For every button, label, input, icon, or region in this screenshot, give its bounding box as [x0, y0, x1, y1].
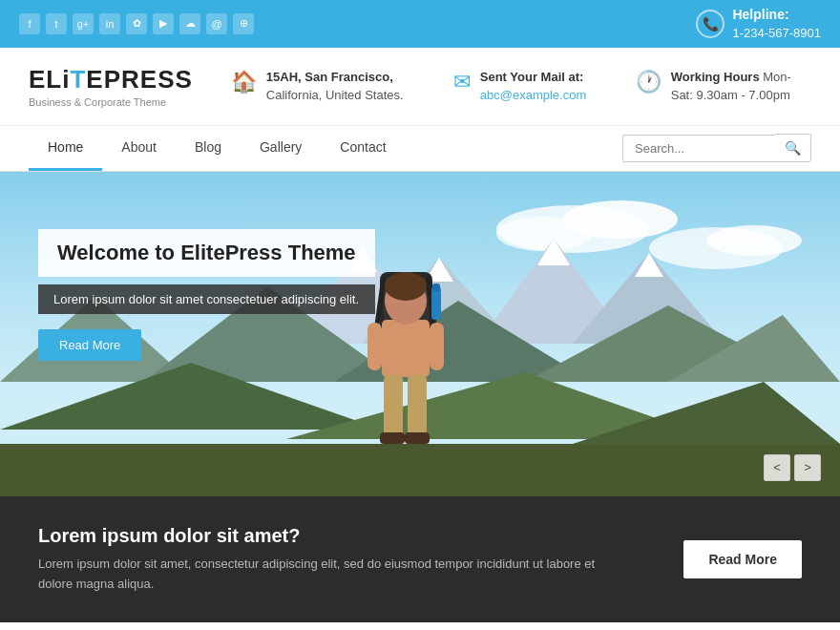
svg-rect-37 [432, 284, 440, 291]
social-twitter[interactable]: t [46, 13, 67, 34]
hero-subtitle: Lorem ipsum dolor sit amet consectetuer … [38, 284, 375, 314]
hours-info: 🕐 Working Hours Mon-Sat: 9.30am - 7.00pm [636, 68, 811, 105]
hero-title: Welcome to ElitePress Theme [38, 229, 375, 277]
address-icon: 🏠 [231, 70, 257, 94]
helpline-label: Helpline: [732, 6, 821, 25]
social-facebook[interactable]: f [19, 13, 40, 34]
site-logo: ELiTEPRESS Business & Corporate Theme [29, 65, 193, 108]
social-icons: f t g+ in ✿ ▶ ☁ @ ⊕ [19, 13, 254, 34]
bottom-read-more-button[interactable]: Read More [683, 540, 802, 578]
hero-content: Welcome to ElitePress Theme Lorem ipsum … [38, 229, 375, 361]
helpline-text: Helpline: 1-234-567-8901 [732, 6, 821, 42]
nav-links: Home About Blog Gallery Contact [29, 126, 406, 171]
svg-rect-31 [430, 323, 444, 370]
svg-point-3 [496, 217, 592, 251]
phone-icon: 📞 [696, 10, 724, 38]
hours-text: Working Hours Mon-Sat: 9.30am - 7.00pm [671, 68, 811, 105]
nav-gallery[interactable]: Gallery [241, 126, 321, 171]
search-input[interactable] [622, 135, 775, 162]
social-skype[interactable]: ☁ [179, 13, 200, 34]
nav-home[interactable]: Home [29, 126, 102, 171]
clock-icon: 🕐 [636, 70, 662, 94]
hero-section: Welcome to ElitePress Theme Lorem ipsum … [0, 172, 840, 496]
main-nav: Home About Blog Gallery Contact 🔍 [0, 126, 840, 172]
svg-rect-32 [384, 375, 403, 437]
logo-title: ELiTEPRESS [29, 65, 193, 94]
hero-read-more-button[interactable]: Read More [38, 329, 141, 361]
svg-rect-36 [431, 286, 441, 320]
address-line2: California, United States. [266, 88, 404, 102]
search-button[interactable]: 🔍 [775, 134, 811, 162]
svg-point-29 [385, 272, 427, 301]
svg-rect-35 [405, 432, 430, 444]
site-header: ELiTEPRESS Business & Corporate Theme 🏠 … [0, 48, 840, 126]
social-instagram[interactable]: ✿ [126, 13, 147, 34]
social-googleplus[interactable]: g+ [73, 13, 94, 34]
logo-subtitle: Business & Corporate Theme [29, 96, 193, 108]
bottom-heading: Lorem ipsum dolor sit amet? [38, 525, 611, 547]
helpline-info: 📞 Helpline: 1-234-567-8901 [696, 6, 821, 42]
nav-search: 🔍 [622, 134, 811, 162]
social-email[interactable]: @ [206, 13, 227, 34]
slider-prev-button[interactable]: < [764, 454, 790, 481]
social-linkedin[interactable]: in [99, 13, 120, 34]
svg-point-5 [706, 225, 802, 256]
nav-contact[interactable]: Contact [321, 126, 405, 171]
hours-label: Working Hours [671, 70, 760, 84]
bottom-text: Lorem ipsum dolor sit amet? Lorem ipsum … [38, 525, 611, 595]
address-line1: 15AH, San Francisco, [266, 70, 393, 84]
slider-next-button[interactable]: > [794, 454, 821, 481]
bottom-section: Lorem ipsum dolor sit amet? Lorem ipsum … [0, 496, 840, 623]
bottom-description: Lorem ipsum dolor sit amet, consectetur … [38, 555, 611, 595]
social-youtube[interactable]: ▶ [153, 13, 174, 34]
email-text: Sent Your Mail at: abc@example.com [480, 68, 607, 105]
email-info: ✉ Sent Your Mail at: abc@example.com [453, 68, 607, 105]
nav-blog[interactable]: Blog [176, 126, 241, 171]
slider-nav: < > [764, 454, 821, 481]
email-label: Sent Your Mail at: [480, 70, 584, 84]
address-info: 🏠 15AH, San Francisco, California, Unite… [231, 68, 425, 105]
logo-accent: T [70, 65, 86, 94]
address-text: 15AH, San Francisco, California, United … [266, 68, 425, 105]
svg-rect-27 [382, 320, 430, 377]
email-value[interactable]: abc@example.com [480, 88, 586, 102]
svg-rect-22 [0, 444, 840, 496]
svg-rect-33 [408, 375, 427, 437]
helpline-number: 1-234-567-8901 [732, 26, 821, 40]
svg-rect-34 [380, 432, 405, 444]
top-bar: f t g+ in ✿ ▶ ☁ @ ⊕ 📞 Helpline: 1-234-56… [0, 0, 840, 48]
header-info: 🏠 15AH, San Francisco, California, Unite… [231, 68, 811, 105]
email-icon: ✉ [453, 70, 471, 94]
nav-about[interactable]: About [102, 126, 176, 171]
social-globe[interactable]: ⊕ [233, 13, 254, 34]
